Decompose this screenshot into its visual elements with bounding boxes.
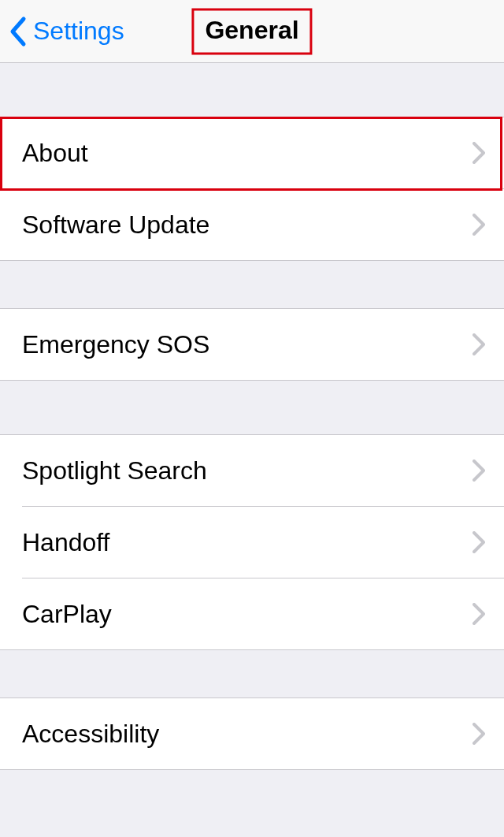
chevron-right-icon [472, 333, 485, 355]
title-highlight: General [191, 8, 312, 54]
chevron-left-icon [8, 16, 28, 47]
row-label: Spotlight Search [22, 456, 472, 485]
settings-group: Accessibility [0, 698, 504, 770]
section-gap [0, 650, 504, 698]
chevron-right-icon [472, 531, 485, 553]
row-accessibility[interactable]: Accessibility [0, 698, 504, 769]
page-title: General [205, 15, 298, 44]
chevron-right-icon [472, 142, 485, 164]
row-label: Software Update [22, 210, 472, 240]
row-label: Accessibility [22, 720, 472, 749]
back-button[interactable]: Settings [8, 16, 124, 47]
row-software-update[interactable]: Software Update [0, 189, 504, 260]
row-handoff[interactable]: Handoff [0, 507, 504, 578]
chevron-right-icon [472, 603, 485, 625]
row-label: Handoff [22, 528, 472, 557]
row-label: CarPlay [22, 600, 472, 629]
settings-group: About Software Update [0, 117, 504, 261]
section-gap [0, 381, 504, 434]
settings-group: Spotlight Search Handoff CarPlay [0, 434, 504, 650]
chevron-right-icon [472, 214, 485, 236]
back-label: Settings [33, 17, 124, 46]
section-gap [0, 63, 504, 117]
settings-group: Emergency SOS [0, 308, 504, 381]
row-label: Emergency SOS [22, 330, 472, 359]
navigation-bar: Settings General [0, 0, 504, 63]
row-emergency-sos[interactable]: Emergency SOS [0, 309, 504, 380]
chevron-right-icon [472, 723, 485, 745]
row-about[interactable]: About [0, 117, 504, 188]
section-gap [0, 261, 504, 308]
row-spotlight-search[interactable]: Spotlight Search [0, 435, 504, 506]
chevron-right-icon [472, 459, 485, 482]
row-carplay[interactable]: CarPlay [0, 578, 504, 649]
row-label: About [22, 139, 472, 168]
